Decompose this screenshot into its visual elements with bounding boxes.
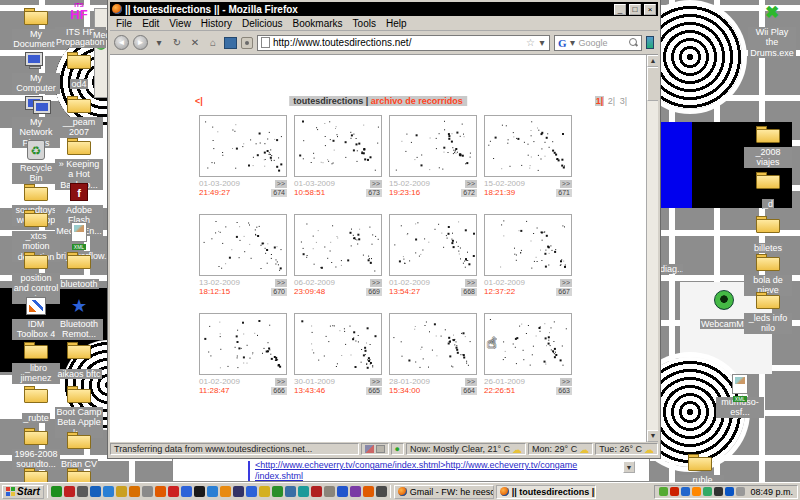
tray-icon-7[interactable]: [725, 487, 734, 496]
menu-view[interactable]: View: [169, 18, 191, 29]
desktop-icon-webcammax[interactable]: WebcamMax: [700, 288, 748, 331]
quick-launch-icon-5[interactable]: [103, 486, 114, 497]
search-engine-dropdown-icon[interactable]: ▾: [570, 37, 576, 48]
quick-launch-icon-11[interactable]: [181, 486, 192, 497]
desktop-icon-libro-jimenez[interactable]: _libro jimenez: [12, 338, 60, 385]
weather-tue-segment[interactable]: Tue: 26° C☁: [595, 443, 658, 455]
tray-icon-2[interactable]: [670, 487, 679, 496]
next-track-button[interactable]: >>: [370, 180, 382, 188]
desktop-icon-leds-info-nilo[interactable]: _leds info nilo: [744, 288, 792, 335]
next-track-button[interactable]: >>: [560, 180, 572, 188]
quoted-link-line2[interactable]: /index.shtml: [255, 471, 577, 482]
desktop-icon-recycle-bin[interactable]: ♻Recycle Bin: [12, 138, 60, 185]
next-track-button[interactable]: >>: [275, 279, 287, 287]
address-bar[interactable]: http://www.toutesdirections.net/ ☆ ▾: [257, 35, 550, 51]
track-thumbnail[interactable]: [199, 214, 287, 276]
search-bar[interactable]: G ▾ Google: [554, 35, 642, 51]
scroll-down-icon[interactable]: ▼: [647, 430, 658, 442]
track-thumbnail[interactable]: [389, 115, 477, 177]
desktop-icon-2008-viajes[interactable]: _2008 viajes: [744, 122, 792, 169]
next-track-button[interactable]: >>: [560, 378, 572, 386]
delicious-tag-icon[interactable]: [241, 37, 253, 49]
search-placeholder[interactable]: Google: [579, 38, 626, 48]
weather-now-segment[interactable]: Now: Mostly Clear, 21° C☁: [406, 443, 526, 455]
next-track-button[interactable]: >>: [465, 279, 477, 287]
url-dropdown-icon[interactable]: ▾: [538, 37, 546, 48]
maximize-button[interactable]: □: [629, 4, 641, 15]
next-track-button[interactable]: >>: [465, 180, 477, 188]
menu-help[interactable]: Help: [386, 18, 407, 29]
desktop-icon-bluetooth[interactable]: bluetooth: [55, 248, 103, 291]
forward-button[interactable]: ►: [133, 35, 148, 50]
next-track-button[interactable]: >>: [370, 378, 382, 386]
desktop-icon-mumuso-esf[interactable]: XMLmumuso-esf...: [716, 372, 764, 419]
next-track-button[interactable]: >>: [560, 279, 572, 287]
pagination-page-2[interactable]: 2|: [607, 96, 616, 106]
desktop-icon-my-computer[interactable]: My Computer: [12, 48, 60, 95]
tray-icon-4[interactable]: [692, 487, 701, 496]
desktop-icon-peam-2007[interactable]: __peam 2007: [55, 92, 103, 139]
status-icon-segment-1[interactable]: [361, 443, 389, 455]
task-button[interactable]: Gmail - FW: he reescucha...: [394, 485, 494, 499]
menu-delicious[interactable]: Delicious: [242, 18, 283, 29]
quick-launch-icon-2[interactable]: [64, 486, 75, 497]
quick-launch-icon-9[interactable]: [155, 486, 166, 497]
quick-launch-icon-20[interactable]: [298, 486, 309, 497]
desktop-icon-rubte[interactable]: _rubte: [12, 382, 60, 425]
tray-icon-3[interactable]: [681, 487, 690, 496]
quick-launch-icon-12[interactable]: [194, 486, 205, 497]
next-track-button[interactable]: >>: [275, 180, 287, 188]
scroll-up-icon[interactable]: ▲: [647, 55, 658, 67]
quick-launch-icon-13[interactable]: [207, 486, 218, 497]
track-thumbnail[interactable]: [484, 313, 572, 375]
tray-icon-8[interactable]: [736, 487, 745, 496]
menu-file[interactable]: File: [116, 18, 132, 29]
quoted-links[interactable]: <http://www.echeverry.tv/congame/index.s…: [255, 460, 577, 482]
forecastfox-status-segment[interactable]: ●: [391, 443, 404, 455]
next-track-button[interactable]: >>: [370, 279, 382, 287]
bookmark-star-icon[interactable]: ☆: [526, 37, 535, 48]
quick-launch-icon-1[interactable]: [51, 486, 62, 497]
tray-icon-5[interactable]: [703, 487, 712, 496]
quick-launch-icon-17[interactable]: [259, 486, 270, 497]
desktop-icon-od4[interactable]: od4: [55, 48, 103, 91]
pagination-page-3[interactable]: 3|: [619, 96, 628, 106]
start-button[interactable]: Start: [2, 485, 44, 499]
desktop-icon-bluetooth-remot[interactable]: ★Bluetooth Remot...: [55, 294, 103, 341]
quoted-link-line1[interactable]: <http://www.echeverry.tv/congame/index.s…: [255, 460, 577, 471]
track-thumbnail[interactable]: [199, 115, 287, 177]
url-text[interactable]: http://www.toutesdirections.net/: [273, 37, 523, 48]
weather-mon-segment[interactable]: Mon: 29° C☁: [528, 443, 593, 455]
quick-launch-icon-23[interactable]: [337, 486, 348, 497]
quick-launch-icon-24[interactable]: [350, 486, 361, 497]
desktop-icon-my-documents[interactable]: My Documents: [12, 4, 60, 51]
track-thumbnail[interactable]: [294, 115, 382, 177]
vertical-scrollbar[interactable]: ▲ ▼: [646, 55, 658, 442]
pagination-page-1[interactable]: 1|: [595, 96, 605, 106]
quick-launch-icon-16[interactable]: [246, 486, 257, 497]
quick-launch-icon-26[interactable]: [376, 486, 387, 497]
close-button[interactable]: ×: [644, 4, 656, 15]
quick-launch-icon-21[interactable]: [311, 486, 322, 497]
quick-launch-icon-22[interactable]: [324, 486, 335, 497]
track-thumbnail[interactable]: [389, 313, 477, 375]
quick-launch-icon-6[interactable]: [116, 486, 127, 497]
desktop-icon-d[interactable]: _d: [744, 168, 792, 211]
quick-launch-icon-14[interactable]: [220, 486, 231, 497]
previous-page-link[interactable]: <|: [195, 96, 203, 106]
track-thumbnail[interactable]: [294, 313, 382, 375]
track-thumbnail[interactable]: [484, 115, 572, 177]
tray-icon-6[interactable]: [714, 487, 723, 496]
desktop-icon-idm-toolbox-4[interactable]: IDM Toolbox 4: [12, 294, 60, 341]
menu-history[interactable]: History: [201, 18, 232, 29]
menu-bookmarks[interactable]: Bookmarks: [293, 18, 343, 29]
quick-launch-icon-7[interactable]: [129, 486, 140, 497]
sidebar-panel-icon[interactable]: [224, 37, 237, 49]
search-magnifier-icon[interactable]: [629, 38, 638, 47]
desktop-icon-wii-play-the-drums-exe[interactable]: ✖Wii Play the Drums.exe: [748, 2, 796, 60]
menu-tools[interactable]: Tools: [353, 18, 376, 29]
tray-icon-1[interactable]: [659, 487, 668, 496]
minimize-button[interactable]: _: [614, 4, 626, 15]
back-button[interactable]: ◄: [114, 35, 129, 50]
background-scrollbar-fragment[interactable]: ▼: [623, 461, 635, 473]
